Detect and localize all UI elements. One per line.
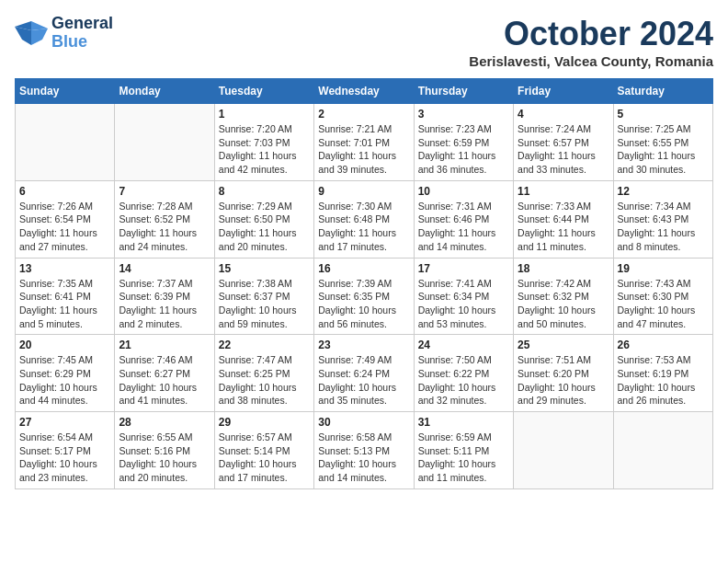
day-number: 29	[219, 416, 310, 429]
day-info: Sunrise: 7:53 AMSunset: 6:19 PMDaylight:…	[618, 353, 709, 408]
month-title: October 2024	[469, 15, 713, 53]
calendar-cell: 27Sunrise: 6:54 AMSunset: 5:17 PMDayligh…	[16, 412, 115, 489]
day-number: 30	[318, 416, 409, 429]
title-block: October 2024 Berislavesti, Valcea County…	[469, 15, 713, 69]
day-number: 26	[618, 339, 709, 351]
day-info: Sunrise: 7:49 AMSunset: 6:24 PMDaylight:…	[318, 353, 409, 408]
day-info: Sunrise: 7:30 AMSunset: 6:48 PMDaylight:…	[318, 200, 409, 254]
day-number: 1	[219, 108, 310, 121]
day-info: Sunrise: 7:51 AMSunset: 6:20 PMDaylight:…	[518, 353, 609, 408]
calendar-cell: 13Sunrise: 7:35 AMSunset: 6:41 PMDayligh…	[16, 258, 115, 335]
day-number: 16	[318, 262, 409, 275]
day-number: 28	[119, 416, 210, 429]
calendar-cell: 6Sunrise: 7:26 AMSunset: 6:54 PMDaylight…	[16, 180, 115, 258]
calendar-cell: 11Sunrise: 7:33 AMSunset: 6:44 PMDayligh…	[514, 180, 613, 258]
calendar-cell: 18Sunrise: 7:42 AMSunset: 6:32 PMDayligh…	[514, 258, 613, 335]
calendar-cell: 20Sunrise: 7:45 AMSunset: 6:29 PMDayligh…	[16, 335, 115, 412]
day-info: Sunrise: 7:23 AMSunset: 6:59 PMDaylight:…	[418, 122, 509, 177]
calendar-cell	[514, 412, 613, 489]
calendar-cell	[115, 104, 214, 181]
calendar-cell: 23Sunrise: 7:49 AMSunset: 6:24 PMDayligh…	[314, 335, 414, 412]
day-number: 18	[518, 262, 609, 275]
day-info: Sunrise: 7:33 AMSunset: 6:44 PMDaylight:…	[518, 200, 609, 254]
calendar-cell: 30Sunrise: 6:58 AMSunset: 5:13 PMDayligh…	[314, 412, 414, 489]
column-header-monday: Monday	[115, 79, 214, 104]
logo-bird-icon	[15, 19, 48, 47]
calendar-cell: 14Sunrise: 7:37 AMSunset: 6:39 PMDayligh…	[115, 258, 214, 335]
day-info: Sunrise: 7:20 AMSunset: 7:03 PMDaylight:…	[219, 122, 310, 177]
page-header: General Blue October 2024 Berislavesti, …	[15, 15, 713, 69]
calendar-cell: 24Sunrise: 7:50 AMSunset: 6:22 PMDayligh…	[414, 335, 513, 412]
day-info: Sunrise: 7:25 AMSunset: 6:55 PMDaylight:…	[618, 122, 709, 177]
day-number: 3	[418, 108, 509, 121]
day-info: Sunrise: 7:24 AMSunset: 6:57 PMDaylight:…	[518, 122, 609, 177]
calendar-cell: 26Sunrise: 7:53 AMSunset: 6:19 PMDayligh…	[613, 335, 712, 412]
day-info: Sunrise: 7:39 AMSunset: 6:35 PMDaylight:…	[318, 277, 409, 331]
day-number: 9	[318, 185, 409, 198]
calendar-cell: 17Sunrise: 7:41 AMSunset: 6:34 PMDayligh…	[414, 258, 513, 335]
week-row-2: 6Sunrise: 7:26 AMSunset: 6:54 PMDaylight…	[16, 180, 713, 258]
day-number: 31	[418, 416, 509, 429]
day-info: Sunrise: 7:42 AMSunset: 6:32 PMDaylight:…	[518, 277, 609, 331]
day-number: 20	[19, 339, 110, 351]
calendar-cell: 5Sunrise: 7:25 AMSunset: 6:55 PMDaylight…	[613, 104, 712, 181]
day-info: Sunrise: 7:31 AMSunset: 6:46 PMDaylight:…	[418, 200, 509, 254]
day-number: 7	[119, 185, 210, 198]
day-number: 11	[518, 185, 609, 198]
day-number: 22	[219, 339, 310, 351]
calendar-cell: 21Sunrise: 7:46 AMSunset: 6:27 PMDayligh…	[115, 335, 214, 412]
day-info: Sunrise: 7:29 AMSunset: 6:50 PMDaylight:…	[219, 200, 310, 254]
svg-marker-2	[31, 29, 48, 45]
day-number: 10	[418, 185, 509, 198]
calendar-cell: 31Sunrise: 6:59 AMSunset: 5:11 PMDayligh…	[414, 412, 513, 489]
calendar-cell: 29Sunrise: 6:57 AMSunset: 5:14 PMDayligh…	[214, 412, 313, 489]
day-info: Sunrise: 7:26 AMSunset: 6:54 PMDaylight:…	[19, 200, 110, 254]
week-row-5: 27Sunrise: 6:54 AMSunset: 5:17 PMDayligh…	[16, 412, 713, 489]
day-number: 17	[418, 262, 509, 275]
day-number: 6	[19, 185, 110, 198]
calendar-cell: 10Sunrise: 7:31 AMSunset: 6:46 PMDayligh…	[414, 180, 513, 258]
calendar-cell: 3Sunrise: 7:23 AMSunset: 6:59 PMDaylight…	[414, 104, 513, 181]
day-info: Sunrise: 7:35 AMSunset: 6:41 PMDaylight:…	[19, 277, 110, 331]
logo: General Blue	[15, 15, 113, 52]
calendar-cell: 16Sunrise: 7:39 AMSunset: 6:35 PMDayligh…	[314, 258, 414, 335]
calendar-cell	[16, 104, 115, 181]
calendar-header-row: SundayMondayTuesdayWednesdayThursdayFrid…	[16, 79, 713, 104]
day-info: Sunrise: 7:34 AMSunset: 6:43 PMDaylight:…	[618, 200, 709, 254]
day-info: Sunrise: 7:28 AMSunset: 6:52 PMDaylight:…	[119, 200, 210, 254]
day-number: 23	[318, 339, 409, 351]
day-info: Sunrise: 7:43 AMSunset: 6:30 PMDaylight:…	[618, 277, 709, 331]
location-subtitle: Berislavesti, Valcea County, Romania	[469, 53, 713, 69]
day-info: Sunrise: 6:59 AMSunset: 5:11 PMDaylight:…	[418, 431, 509, 485]
day-number: 19	[618, 262, 709, 275]
day-info: Sunrise: 7:50 AMSunset: 6:22 PMDaylight:…	[418, 353, 509, 408]
week-row-1: 1Sunrise: 7:20 AMSunset: 7:03 PMDaylight…	[16, 104, 713, 181]
calendar-cell: 2Sunrise: 7:21 AMSunset: 7:01 PMDaylight…	[314, 104, 414, 181]
day-info: Sunrise: 6:54 AMSunset: 5:17 PMDaylight:…	[19, 431, 110, 485]
calendar-table: SundayMondayTuesdayWednesdayThursdayFrid…	[15, 78, 713, 489]
day-number: 25	[518, 339, 609, 351]
calendar-cell: 9Sunrise: 7:30 AMSunset: 6:48 PMDaylight…	[314, 180, 414, 258]
day-info: Sunrise: 7:47 AMSunset: 6:25 PMDaylight:…	[219, 353, 310, 408]
calendar-cell: 28Sunrise: 6:55 AMSunset: 5:16 PMDayligh…	[115, 412, 214, 489]
day-info: Sunrise: 7:21 AMSunset: 7:01 PMDaylight:…	[318, 122, 409, 177]
day-number: 24	[418, 339, 509, 351]
column-header-thursday: Thursday	[414, 79, 513, 104]
column-header-tuesday: Tuesday	[214, 79, 313, 104]
column-header-saturday: Saturday	[613, 79, 712, 104]
day-number: 21	[119, 339, 210, 351]
day-info: Sunrise: 7:37 AMSunset: 6:39 PMDaylight:…	[119, 277, 210, 331]
day-number: 13	[19, 262, 110, 275]
day-number: 15	[219, 262, 310, 275]
calendar-cell: 8Sunrise: 7:29 AMSunset: 6:50 PMDaylight…	[214, 180, 313, 258]
calendar-cell: 25Sunrise: 7:51 AMSunset: 6:20 PMDayligh…	[514, 335, 613, 412]
calendar-cell: 22Sunrise: 7:47 AMSunset: 6:25 PMDayligh…	[214, 335, 313, 412]
calendar-cell: 4Sunrise: 7:24 AMSunset: 6:57 PMDaylight…	[514, 104, 613, 181]
day-number: 5	[618, 108, 709, 121]
week-row-4: 20Sunrise: 7:45 AMSunset: 6:29 PMDayligh…	[16, 335, 713, 412]
day-number: 14	[119, 262, 210, 275]
day-info: Sunrise: 6:58 AMSunset: 5:13 PMDaylight:…	[318, 431, 409, 485]
calendar-cell: 15Sunrise: 7:38 AMSunset: 6:37 PMDayligh…	[214, 258, 313, 335]
logo-text: General Blue	[51, 15, 113, 52]
day-info: Sunrise: 6:55 AMSunset: 5:16 PMDaylight:…	[119, 431, 210, 485]
